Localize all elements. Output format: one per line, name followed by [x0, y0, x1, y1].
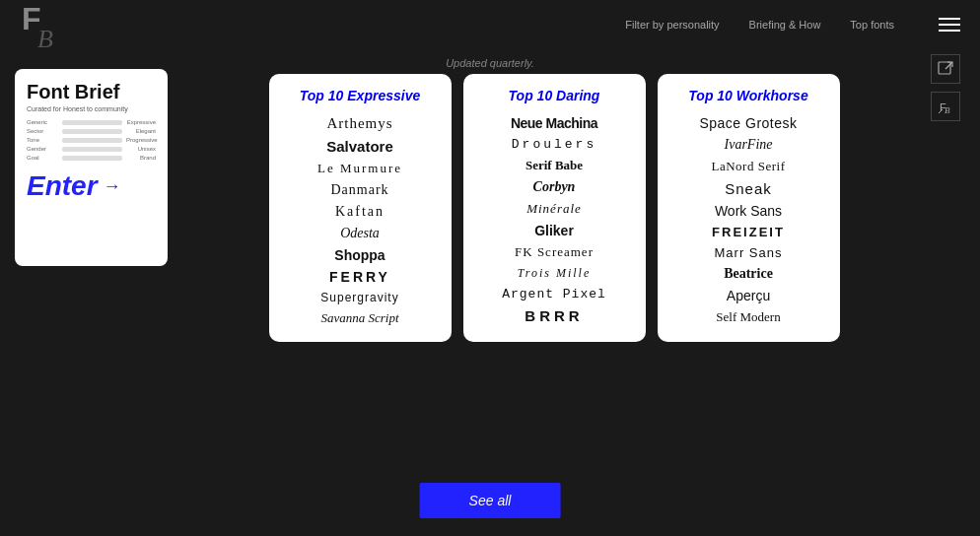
field-label: Sector [27, 128, 58, 134]
field-generic: Generic Expressive [27, 119, 156, 125]
svg-rect-2 [939, 62, 950, 74]
font-brief-panel: Font Brief Curated for Honest to communi… [15, 69, 168, 266]
font-savanna[interactable]: Savanna Script [279, 308, 442, 328]
header: F B Filter by personality Briefing & How… [0, 0, 980, 49]
font-gliker[interactable]: Gliker [473, 221, 636, 240]
right-icons: F B [931, 54, 960, 121]
field-tone: Tone Progressive [27, 137, 156, 143]
column-expressive-title: Top 10 Expressive [279, 88, 442, 103]
share-icon-btn[interactable] [931, 54, 960, 84]
font-arthemys[interactable]: Arthemys [279, 113, 442, 134]
field-bar [62, 120, 122, 125]
field-bar [62, 147, 122, 152]
font-beatrice[interactable]: Beatrice [667, 264, 830, 284]
font-odesta[interactable]: Odesta [279, 224, 442, 243]
font-kaftan[interactable]: Kaftan [279, 202, 442, 222]
field-label: Tone [27, 137, 58, 143]
font-lanord-serif[interactable]: LaNord Serif [667, 157, 830, 176]
font-ivarfine[interactable]: IvarFine [667, 135, 830, 155]
field-bar [62, 156, 122, 161]
sidebar-fields: Generic Expressive Sector Elegant Tone P… [27, 119, 156, 161]
field-gender: Gender Unisex [27, 146, 156, 152]
font-apercu[interactable]: Aperçu [667, 286, 830, 305]
nav-links: Filter by personality Briefing & How Top… [625, 18, 960, 32]
field-bar [62, 129, 122, 134]
font-brrr[interactable]: BRRR [473, 305, 636, 326]
column-workhorse-title: Top 10 Workhorse [667, 88, 830, 103]
font-shoppa[interactable]: Shoppa [279, 245, 442, 265]
field-value: Unisex [126, 146, 156, 152]
main-content: Top 10 Expressive Arthemys Salvatore Le … [182, 74, 926, 342]
nav-filter[interactable]: Filter by personality [625, 19, 719, 31]
field-value: Progressive [126, 137, 156, 143]
font-argent-pixel[interactable]: Argent Pixel [473, 285, 636, 303]
font-serif-babe[interactable]: Serif Babe [473, 156, 636, 175]
nav-briefing[interactable]: Briefing & How [749, 19, 821, 31]
font-freizeit[interactable]: FREIZEIT [667, 223, 830, 241]
enter-arrow-icon: → [104, 176, 121, 197]
svg-text:B: B [945, 105, 950, 114]
sidebar-title: Font Brief [27, 81, 156, 102]
see-all-button[interactable]: See all [420, 483, 561, 518]
column-workhorse: Top 10 Workhorse Space Grotesk IvarFine … [658, 74, 840, 342]
nav-top[interactable]: Top fonts [850, 19, 894, 31]
font-list-expressive: Arthemys Salvatore Le Murmure Danmark Ka… [279, 113, 442, 328]
updated-quarterly-text: Updated quarterly. [446, 57, 534, 69]
column-daring-title: Top 10 Daring [473, 88, 636, 103]
edit-icon-btn[interactable]: F B [931, 92, 960, 121]
font-ferry[interactable]: FERRY [279, 267, 442, 287]
field-sector: Sector Elegant [27, 128, 156, 134]
field-label: Gender [27, 146, 58, 152]
field-goal: Goal Brand [27, 155, 156, 161]
field-value: Elegant [126, 128, 156, 134]
font-neue-machina[interactable]: Neue Machina [473, 113, 636, 133]
font-list-daring: Neue Machina Droulers Serif Babe Corbyn … [473, 113, 636, 326]
column-daring: Top 10 Daring Neue Machina Droulers Seri… [463, 74, 646, 342]
font-fk-screamer[interactable]: FK Screamer [473, 242, 636, 262]
font-space-grotesk[interactable]: Space Grotesk [667, 113, 830, 133]
font-corbyn[interactable]: Corbyn [473, 177, 636, 197]
field-value: Expressive [126, 119, 156, 125]
enter-button[interactable]: Enter → [27, 170, 156, 202]
field-value: Brand [126, 155, 156, 161]
svg-text:B: B [37, 25, 53, 52]
field-label: Generic [27, 119, 58, 125]
font-supergravity[interactable]: Supergravity [279, 289, 442, 306]
font-self-modern[interactable]: Self Modern [667, 307, 830, 327]
column-expressive: Top 10 Expressive Arthemys Salvatore Le … [269, 74, 452, 342]
font-droulers[interactable]: Droulers [473, 135, 636, 154]
font-salvatore[interactable]: Salvatore [279, 136, 442, 157]
font-work-sans[interactable]: Work Sans [667, 201, 830, 221]
sidebar-subtitle: Curated for Honest to community [27, 104, 156, 113]
enter-label: Enter [27, 170, 98, 202]
font-list-workhorse: Space Grotesk IvarFine LaNord Serif Snea… [667, 113, 830, 327]
field-label: Goal [27, 155, 58, 161]
font-minerale[interactable]: Minérale [473, 199, 636, 219]
font-lemurmure[interactable]: Le Murmure [279, 159, 442, 178]
field-bar [62, 138, 122, 143]
font-marr-sans[interactable]: Marr Sans [667, 243, 830, 262]
font-sneak[interactable]: Sneak [667, 178, 830, 199]
logo[interactable]: F B [20, 0, 74, 52]
hamburger-menu[interactable] [939, 18, 960, 32]
font-danmark[interactable]: Danmark [279, 180, 442, 200]
font-trois-mille[interactable]: Trois Mille [473, 264, 636, 283]
